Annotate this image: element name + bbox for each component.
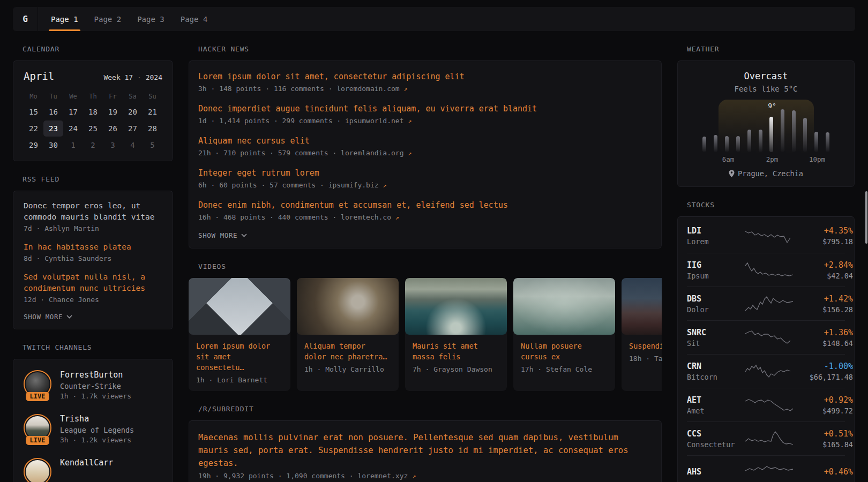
tab-page-3[interactable]: Page 3 (136, 7, 166, 31)
rss-item-link[interactable]: In hac habitasse platea (24, 242, 162, 253)
video-title-link[interactable]: Aliquam tempor dolor nec pharetra… (304, 341, 391, 362)
rss-item: Donec tempor eros leo, ut commodo mauris… (24, 200, 162, 232)
stock-ticker-link[interactable]: CRN (687, 362, 745, 371)
video-meta: 1h · Molly Carrillo (304, 365, 391, 373)
calendar-day-next-month: 1 (63, 137, 83, 153)
stock-sparkline (745, 463, 794, 481)
stock-sparkline (745, 362, 794, 380)
channel-game: League of Legends (60, 426, 134, 434)
video-card[interactable]: Lorem ipsum dolor sit amet consectetu… 1… (189, 278, 290, 391)
stock-ticker-link[interactable]: AET (687, 395, 745, 405)
scrollbar-thumb[interactable] (865, 191, 867, 244)
video-card[interactable]: Aliquam tempor dolor nec pharetra… 1h · … (297, 278, 399, 391)
video-card[interactable]: Nullam posuere cursus ex 17h · Stefan Co… (513, 278, 615, 391)
hn-item-meta: 3h · 148 points · 116 comments · loremdo… (198, 85, 652, 93)
video-title-link[interactable]: Nullam posuere cursus ex (521, 341, 608, 362)
hn-item-link[interactable]: Donec enim nibh, condimentum et accumsan… (198, 199, 652, 211)
calendar-week-year: Week 17 · 2024 (103, 73, 162, 81)
twitch-channel-row[interactable]: LIVE ForrestBurton Counter-Strike 1h · 1… (24, 370, 162, 400)
stock-change: +0.46% (794, 467, 853, 477)
twitch-avatar-wrap: LIVE (24, 370, 51, 400)
tab-page-1[interactable]: Page 1 (50, 7, 79, 31)
calendar-day: 20 (123, 104, 143, 120)
weather-bar (781, 109, 784, 152)
stock-ticker-link[interactable]: LDI (687, 226, 745, 236)
hn-item-link[interactable]: Integer eget rutrum lorem (198, 167, 652, 179)
hn-item-meta: 21h · 710 points · 579 comments · loreml… (198, 149, 652, 157)
external-link-icon[interactable]: ↗ (404, 85, 408, 93)
stock-row: LDI Lorem +4.35% $795.18 (687, 219, 845, 253)
rss-item: In hac habitasse platea 8d · Cynthia Sau… (24, 242, 162, 262)
calendar-day-next-month: 4 (123, 137, 143, 153)
rss-show-more-button[interactable]: SHOW MORE (24, 313, 162, 321)
video-thumbnail[interactable] (622, 278, 662, 335)
video-card[interactable]: Suspendisse diam 18h · Tara (622, 278, 662, 391)
hn-item-link[interactable]: Aliquam nec cursus elit (198, 135, 652, 147)
video-title-link[interactable]: Suspendisse diam (629, 341, 662, 351)
rss-header: RSS FEED (13, 175, 173, 183)
video-thumbnail[interactable] (513, 278, 615, 335)
video-thumbnail[interactable] (189, 278, 290, 335)
video-meta: 17h · Stefan Cole (521, 365, 608, 373)
channel-meta: 1h · 1.7k viewers (60, 392, 131, 400)
weekday-label: Th (83, 89, 103, 103)
hn-item: Donec imperdiet augue tincidunt felis al… (198, 103, 652, 125)
time-label: 10pm (809, 155, 825, 163)
hn-item-meta: 1d · 1,414 points · 299 comments · ipsum… (198, 117, 652, 125)
stock-sparkline (745, 227, 794, 245)
location-pin-icon (729, 170, 735, 177)
stock-ticker-link[interactable]: SNRC (687, 328, 745, 337)
stock-sparkline (745, 396, 794, 414)
stock-price: $795.18 (794, 237, 853, 246)
hn-item-link[interactable]: Donec imperdiet augue tincidunt felis al… (198, 103, 652, 115)
stocks-header: STOCKS (677, 201, 855, 209)
right-column: WEATHER Overcast Feels like 5°C 9° (677, 31, 855, 482)
calendar-day: 26 (103, 120, 123, 137)
channel-name[interactable]: Trisha (60, 414, 134, 424)
calendar-day: 25 (83, 120, 103, 137)
stock-name: Sit (687, 339, 745, 348)
external-link-icon[interactable]: ↗ (412, 472, 416, 480)
hn-show-more-button[interactable]: SHOW MORE (198, 231, 652, 239)
live-ring (24, 458, 51, 482)
hn-meta-text: 6h · 60 points · 57 comments · ipsumify.… (198, 181, 379, 189)
stock-ticker-link[interactable]: DBS (687, 294, 745, 304)
external-link-icon[interactable]: ↗ (383, 182, 386, 189)
video-thumbnail[interactable] (297, 278, 399, 335)
app-logo[interactable]: G (13, 7, 38, 31)
rss-item-link[interactable]: Donec tempor eros leo, ut commodo mauris… (24, 200, 162, 223)
tab-page-4[interactable]: Page 4 (179, 7, 209, 31)
video-thumbnail[interactable] (405, 278, 507, 335)
live-badge: LIVE (26, 436, 49, 445)
stock-ticker-link[interactable]: IIG (687, 260, 745, 270)
left-column: CALENDAR April Week 17 · 2024 Mo Tu We T… (13, 31, 173, 482)
stock-sparkline (745, 328, 794, 347)
rss-item-link[interactable]: Sed volutpat nulla nisl, a condimentum n… (24, 272, 162, 294)
video-card[interactable]: Mauris sit amet massa felis 7h · Grayson… (405, 278, 507, 391)
stock-ticker-link[interactable]: AHS (687, 467, 745, 477)
weekday-label: Sa (123, 89, 143, 103)
hn-item: Aliquam nec cursus elit 21h · 710 points… (198, 135, 652, 157)
stock-ticker-link[interactable]: CCS (687, 429, 745, 439)
rss-item-meta: 8d · Cynthia Saunders (24, 254, 162, 262)
hn-item-link[interactable]: Lorem ipsum dolor sit amet, consectetur … (198, 71, 652, 82)
external-link-icon[interactable]: ↗ (395, 214, 399, 221)
twitch-channel-row[interactable]: LIVE Trisha League of Legends 3h · 1.2k … (24, 414, 162, 444)
rss-widget: Donec tempor eros leo, ut commodo mauris… (13, 191, 173, 329)
calendar-day: 17 (63, 104, 83, 120)
stock-change: +0.51% (794, 429, 853, 439)
stock-sparkline (745, 295, 794, 313)
twitch-channel-row[interactable]: KendallCarr (24, 458, 162, 482)
time-label: 6am (722, 155, 735, 163)
hn-meta-text: 1d · 1,414 points · 299 comments · ipsum… (198, 117, 404, 125)
external-link-icon[interactable]: ↗ (408, 149, 411, 157)
external-link-icon[interactable]: ↗ (408, 117, 411, 125)
subreddit-post-link[interactable]: Maecenas mollis pulvinar erat non posuer… (198, 431, 652, 470)
video-title-link[interactable]: Mauris sit amet massa felis (413, 341, 499, 362)
video-title-link[interactable]: Lorem ipsum dolor sit amet consectetu… (196, 341, 283, 373)
tab-page-2[interactable]: Page 2 (93, 7, 123, 31)
weather-current-temp: 9° (768, 102, 776, 110)
channel-name[interactable]: ForrestBurton (60, 370, 131, 380)
channel-name[interactable]: KendallCarr (60, 458, 113, 468)
hn-item: Donec enim nibh, condimentum et accumsan… (198, 199, 652, 221)
